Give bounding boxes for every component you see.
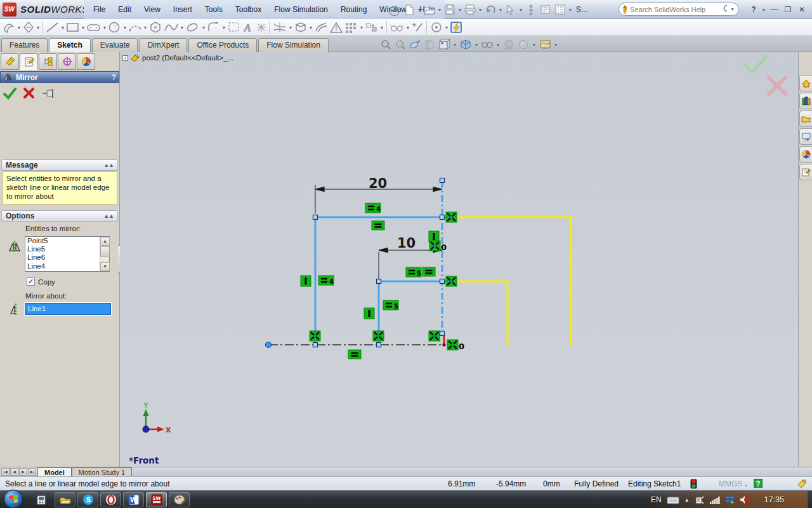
rectangle-icon[interactable] xyxy=(65,21,81,34)
custom-properties-tab[interactable] xyxy=(799,164,812,180)
language-indicator[interactable]: EN xyxy=(651,495,662,504)
ellipse-caret[interactable]: ▼ xyxy=(201,25,206,30)
menu-item[interactable]: Edit xyxy=(112,3,137,17)
tree-expand-icon[interactable]: + xyxy=(122,55,128,61)
zoom-to-selection-icon[interactable] xyxy=(409,38,421,51)
spline-icon[interactable] xyxy=(163,21,180,34)
configurationmanager-tab[interactable] xyxy=(39,53,57,70)
collapse-chevron-icon[interactable]: ▲▲ xyxy=(103,162,114,168)
notification-app-icon[interactable] xyxy=(37,495,46,505)
print-caret[interactable]: ▼ xyxy=(478,8,483,12)
circle-caret[interactable]: ▼ xyxy=(122,25,128,30)
display-relations-icon[interactable] xyxy=(389,21,405,34)
displaystyle-caret[interactable]: ▼ xyxy=(474,43,479,47)
smart-dimension-icon[interactable] xyxy=(22,21,36,34)
pattern-caret[interactable]: ▼ xyxy=(359,25,364,30)
minimize-button[interactable]: — xyxy=(768,4,780,15)
featuremanager-tree-tab[interactable] xyxy=(1,53,19,70)
model-tab[interactable]: Model xyxy=(37,467,72,476)
suppress-state-icon[interactable] xyxy=(690,479,697,489)
options-list-icon[interactable] xyxy=(553,3,567,17)
zoom-to-area-icon[interactable] xyxy=(394,38,407,51)
new-caret[interactable]: ▼ xyxy=(417,8,422,12)
tab-last-icon[interactable]: ▶| xyxy=(28,468,36,476)
command-tab[interactable]: Evaluate xyxy=(92,38,138,52)
command-tab[interactable]: Features xyxy=(1,38,48,52)
power-plug-icon[interactable] xyxy=(695,495,704,505)
arc-icon[interactable] xyxy=(128,21,143,34)
units-selector[interactable]: MMGS ▴ xyxy=(719,479,747,488)
panel-help-icon[interactable]: ? xyxy=(112,73,116,82)
trim-caret[interactable]: ▼ xyxy=(288,25,293,30)
select-cursor-icon[interactable] xyxy=(504,3,518,17)
show-hidden-icons[interactable]: ▲ xyxy=(684,497,690,503)
tag-icon[interactable] xyxy=(797,479,807,489)
ellipse-icon[interactable] xyxy=(185,21,201,34)
start-button[interactable] xyxy=(4,490,23,508)
network-signal-icon[interactable] xyxy=(709,496,720,504)
trim-entities-icon[interactable] xyxy=(272,21,288,34)
scroll-down-icon[interactable]: ▼ xyxy=(100,262,110,271)
dimxpertmanager-tab[interactable] xyxy=(58,53,76,70)
graphics-viewport[interactable]: 20 10 xyxy=(120,52,798,467)
hide-show-items-icon[interactable] xyxy=(481,38,494,51)
convert-entities-icon[interactable] xyxy=(293,21,308,34)
command-tab[interactable]: Office Products xyxy=(188,38,257,52)
spline-caret[interactable]: ▼ xyxy=(180,25,185,30)
entity-item[interactable]: Line5 xyxy=(25,245,109,253)
tab-prev-icon[interactable]: ◀ xyxy=(10,468,18,476)
section-view-icon[interactable] xyxy=(423,38,436,51)
displaymanager-tab[interactable] xyxy=(77,53,95,70)
view-orientation-icon[interactable] xyxy=(438,38,450,51)
save-caret[interactable]: ▼ xyxy=(457,8,462,12)
slot-icon[interactable] xyxy=(86,21,102,34)
open-caret[interactable]: ▼ xyxy=(437,8,442,12)
taskbar-skype-button[interactable]: S xyxy=(77,492,98,507)
scene-caret[interactable]: ▼ xyxy=(553,43,558,47)
print-icon[interactable] xyxy=(463,3,477,17)
offset-entities-icon[interactable] xyxy=(313,21,329,34)
move-caret[interactable]: ▼ xyxy=(379,25,384,30)
open-icon[interactable] xyxy=(422,3,436,17)
menu-item[interactable]: Routing xyxy=(335,3,372,17)
solidworks-resources-tab[interactable] xyxy=(799,75,812,91)
command-tab[interactable]: Flow Simulation xyxy=(258,38,329,52)
appearance-caret[interactable]: ▼ xyxy=(532,43,537,47)
repair-sketch-icon[interactable] xyxy=(410,21,424,34)
display-style-icon[interactable] xyxy=(459,38,472,51)
propertymanager-tab[interactable] xyxy=(20,53,38,70)
keyboard-icon[interactable] xyxy=(667,496,679,504)
scroll-up-icon[interactable]: ▲ xyxy=(100,237,110,246)
hideshow-caret[interactable]: ▼ xyxy=(495,43,501,47)
view-palette-tab[interactable] xyxy=(799,128,812,145)
undo-icon[interactable] xyxy=(483,3,497,17)
line-caret[interactable]: ▼ xyxy=(60,25,65,30)
search-input[interactable] xyxy=(630,6,720,13)
text-icon[interactable]: A xyxy=(242,21,256,34)
dropbox-icon[interactable] xyxy=(725,495,735,504)
help-caret[interactable]: ▼ xyxy=(761,8,766,12)
taskbar-opera-button[interactable] xyxy=(100,492,121,507)
snaps-caret[interactable]: ▼ xyxy=(444,25,449,30)
menu-item[interactable]: File xyxy=(88,3,111,17)
point-icon[interactable] xyxy=(256,21,267,34)
quick-snaps-icon[interactable] xyxy=(429,21,444,34)
select-caret[interactable]: ▼ xyxy=(518,8,523,12)
message-group-header[interactable]: Message ▲▲ xyxy=(1,159,118,171)
search-caret[interactable]: ▼ xyxy=(730,7,735,11)
restore-button[interactable]: ❐ xyxy=(782,4,794,15)
volume-muted-icon[interactable] xyxy=(740,495,750,504)
tree-node-label[interactable]: post2 (Default<<Default>_... xyxy=(142,54,233,62)
dimension-caret[interactable]: ▼ xyxy=(36,25,41,30)
fillet-caret[interactable]: ▼ xyxy=(221,25,226,30)
status-help-icon[interactable]: ? xyxy=(754,479,763,488)
taskbar-explorer-button[interactable] xyxy=(55,492,75,507)
entities-listbox[interactable]: Point5Line5Line6Line4 ▲ ▼ xyxy=(25,236,110,272)
collapse-chevron-icon2[interactable]: ▲▲ xyxy=(103,213,114,219)
entity-item[interactable]: Point5 xyxy=(25,237,109,245)
slot-caret[interactable]: ▼ xyxy=(102,25,107,30)
vieworient-caret[interactable]: ▼ xyxy=(452,43,457,47)
linear-pattern-icon[interactable] xyxy=(344,21,359,34)
feature-tree-node[interactable]: + post2 (Default<<Default>_... xyxy=(122,53,233,62)
menu-pin-icon[interactable]: 📌︎⃝ xyxy=(388,4,396,15)
